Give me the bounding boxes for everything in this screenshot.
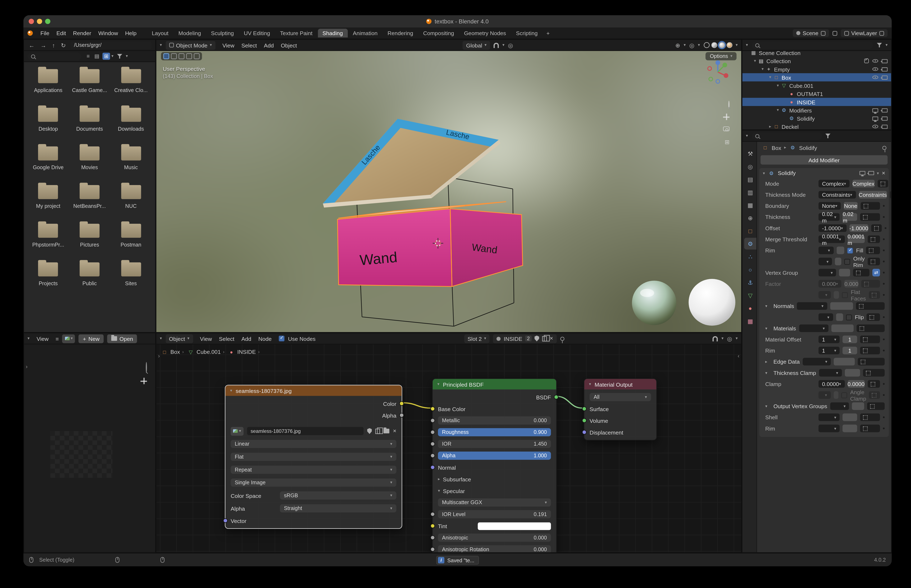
value-slider[interactable]: Roughness 0.900 xyxy=(438,428,551,436)
node-dropdown[interactable]: Repeat ▾ xyxy=(231,466,396,474)
overlays-icon[interactable]: ◎ xyxy=(689,42,695,48)
vertex-group-field[interactable] xyxy=(890,191,892,199)
white-preview-sphere[interactable] xyxy=(689,279,735,326)
sidebar-expand-icon[interactable]: ‹ xyxy=(738,353,739,359)
outliner-row[interactable]: ▸ Deckel xyxy=(743,122,891,130)
unlink-material-icon[interactable]: × xyxy=(549,336,553,341)
animate-dot[interactable] xyxy=(883,272,885,273)
properties-tab[interactable] xyxy=(744,225,756,237)
prop-number-field[interactable]: 0.0000 xyxy=(847,380,864,388)
blender-menu-icon[interactable] xyxy=(27,31,33,36)
animate-dot[interactable] xyxy=(883,350,885,351)
folder-tile[interactable]: PhpstormPr... xyxy=(29,224,68,248)
value-slider[interactable]: Anisotropic 0.000 xyxy=(438,534,551,542)
open-image-button[interactable]: Open xyxy=(107,334,137,343)
animate-dot[interactable] xyxy=(883,339,885,340)
zoom-icon[interactable] xyxy=(728,102,730,108)
new-material-icon[interactable] xyxy=(542,336,547,341)
input-socket[interactable] xyxy=(430,535,435,540)
color-swatch[interactable] xyxy=(478,522,551,530)
node-dropdown[interactable]: Single Image ▾ xyxy=(231,478,396,486)
use-nodes-checkbox[interactable] xyxy=(279,336,284,341)
value-slider[interactable]: Anisotropic Rotation 0.000 xyxy=(438,545,551,553)
prop-dropdown[interactable]: 0.0001 m ▾ xyxy=(819,236,845,243)
shader-menu[interactable]: View xyxy=(196,335,215,342)
properties-tab[interactable] xyxy=(744,276,756,288)
prop-dropdown[interactable]: ▾ xyxy=(830,402,849,410)
display-detail-icon[interactable]: ▤ xyxy=(93,53,101,60)
folder-tile[interactable]: Downloads xyxy=(111,108,150,132)
prop-number-field[interactable]: 0.0001 m xyxy=(847,236,864,243)
node-header[interactable]: ▾ Principled BSDF xyxy=(433,379,556,389)
prop-dropdown[interactable]: ▾ xyxy=(819,313,833,321)
value-slider[interactable]: Metallic 0.000 xyxy=(438,416,551,425)
vertex-group-field[interactable] xyxy=(867,258,880,265)
checkbox[interactable] xyxy=(842,392,847,398)
vertex-group-field[interactable] xyxy=(869,391,880,399)
image-name-field[interactable]: seamless-1807376.jpg xyxy=(247,427,364,435)
prop-number-field[interactable]: 1 xyxy=(843,336,857,343)
workspace-tab[interactable]: Animation xyxy=(348,29,382,37)
selectable-checkbox-icon[interactable] xyxy=(864,58,869,63)
animate-dot[interactable] xyxy=(883,394,885,396)
input-socket[interactable] xyxy=(582,418,586,423)
properties-search-input[interactable] xyxy=(751,132,822,140)
prop-number-field[interactable] xyxy=(831,325,853,332)
editor-type-icon[interactable]: ▾ xyxy=(27,336,30,341)
input-socket[interactable] xyxy=(430,547,435,552)
pan-hand-icon[interactable] xyxy=(141,376,147,386)
orthographic-toggle-icon[interactable]: ⊞ xyxy=(725,139,730,145)
folder-tile[interactable]: Projects xyxy=(29,262,68,286)
extras-chevron-icon[interactable]: ▾ xyxy=(877,171,879,175)
hide-eye-icon[interactable] xyxy=(872,67,878,71)
animate-dot[interactable] xyxy=(883,294,885,296)
show-gizmo-icon[interactable]: ⊕ xyxy=(675,42,680,48)
folder-tile[interactable]: Movies xyxy=(70,146,109,170)
editor-type-icon[interactable]: ▾ xyxy=(746,134,748,138)
expand-arrow-icon[interactable]: ▸ xyxy=(767,124,773,129)
slot-dropdown[interactable]: Slot 2 ▾ xyxy=(464,334,490,343)
section-arrow-icon[interactable]: ▸ xyxy=(765,359,770,364)
expand-arrow-icon[interactable]: ▾ xyxy=(760,67,765,71)
topbar-menu[interactable]: Window xyxy=(95,29,121,37)
prop-dropdown[interactable]: 1 ▾ xyxy=(819,347,840,354)
outliner-row[interactable]: ▾ Empty xyxy=(743,65,891,73)
workspace-tab[interactable]: Geometry Nodes xyxy=(459,29,511,37)
shader-menu[interactable]: Select xyxy=(215,335,238,342)
workspace-tab[interactable]: Modeling xyxy=(174,29,206,37)
prop-dropdown[interactable]: Complex ▾ xyxy=(819,180,850,187)
principled-bsdf-node[interactable]: ▾ Principled BSDF BSDF Base Color Bas xyxy=(432,378,557,553)
overlays-chevron-icon[interactable]: ▾ xyxy=(698,43,700,47)
workspace-tab[interactable]: Layout xyxy=(147,29,173,37)
prop-dropdown[interactable]: -1.0000 ▾ xyxy=(819,225,846,232)
outliner-filter-chevron-icon[interactable]: ▾ xyxy=(885,43,888,47)
workspace-tab[interactable]: Compositing xyxy=(418,29,459,37)
refresh-icon[interactable]: ↻ xyxy=(60,42,67,48)
target-dropdown[interactable]: All ▾ xyxy=(590,393,651,401)
outliner-row[interactable]: Solidify xyxy=(743,114,891,122)
workspace-tab[interactable]: Sculpting xyxy=(206,29,238,37)
prop-number-field[interactable]: Complex xyxy=(853,180,874,187)
checkbox[interactable] xyxy=(845,258,850,265)
vertex-group-field[interactable] xyxy=(869,291,880,299)
prop-dropdown[interactable]: ▾ xyxy=(819,414,840,421)
editor-type-icon[interactable]: ▾ xyxy=(160,43,162,47)
collapse-arrow-icon[interactable]: ▾ xyxy=(437,382,439,386)
prop-dropdown[interactable]: 1 ▾ xyxy=(819,336,840,343)
properties-tab[interactable] xyxy=(744,186,756,198)
scene-picker[interactable]: Scene xyxy=(793,29,829,37)
mode-dropdown[interactable]: Object Mode ▾ xyxy=(165,41,215,50)
section-toggle[interactable]: ▾ Specular xyxy=(438,488,465,494)
prop-dropdown[interactable]: 0.000 ▾ xyxy=(819,280,842,288)
folder-tile[interactable]: Music xyxy=(111,146,150,170)
render-camera-icon[interactable] xyxy=(882,59,888,63)
new-image-button[interactable]: + New xyxy=(79,334,103,343)
vertex-group-field[interactable] xyxy=(861,280,880,288)
vertex-group-field[interactable] xyxy=(856,325,885,332)
collapse-arrow-icon[interactable]: ▾ xyxy=(763,171,765,175)
properties-tab[interactable] xyxy=(744,289,756,301)
outliner-row[interactable]: OUTMAT1 xyxy=(743,90,891,98)
render-camera-icon[interactable] xyxy=(882,108,888,112)
editor-type-icon[interactable]: ▾ xyxy=(746,43,748,47)
animate-dot[interactable] xyxy=(883,260,885,262)
